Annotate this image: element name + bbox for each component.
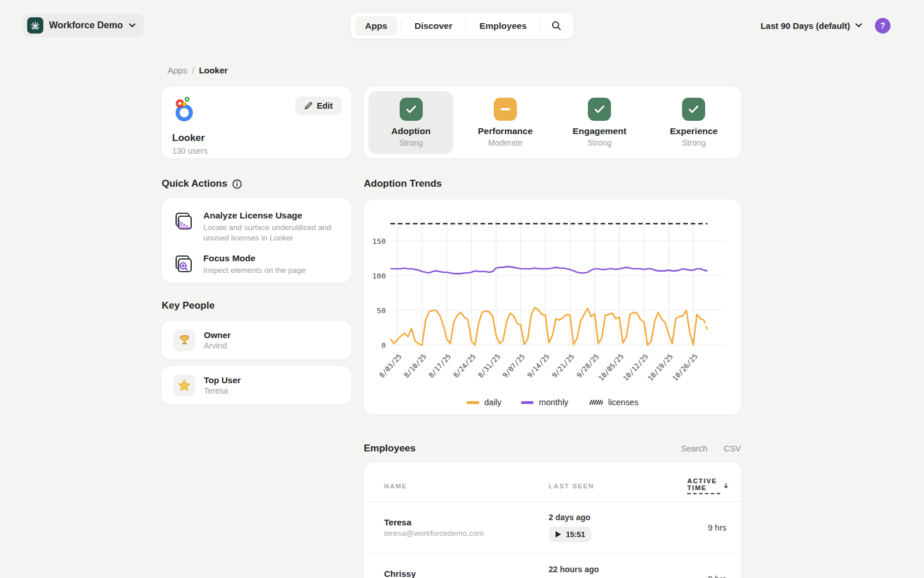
person-role: Top User (204, 375, 241, 385)
quick-action-title: Focus Mode (203, 253, 305, 264)
quick-action-description: Inspect elements on the page (203, 265, 305, 276)
employee-name: Teresa (384, 517, 549, 527)
svg-text:10/19/25: 10/19/25 (646, 353, 675, 383)
check-icon (588, 98, 611, 121)
svg-text:10/12/25: 10/12/25 (621, 353, 650, 383)
search-icon[interactable] (544, 16, 569, 35)
edit-button-label: Edit (317, 101, 333, 110)
date-range-select[interactable]: Last 90 Days (default) (761, 21, 862, 31)
csv-export-link[interactable]: CSV (724, 444, 741, 453)
adoption-trends-chart: 0501001508/03/258/10/258/17/258/24/258/3… (364, 199, 741, 414)
nav-tab-apps[interactable]: Apps (355, 16, 397, 36)
breadcrumb-separator: / (192, 65, 194, 75)
employee-email: teresa@workforcedemo.com (384, 529, 549, 538)
workspace-switcher[interactable]: Workforce Demo (23, 14, 144, 37)
workspace-name: Workforce Demo (49, 20, 123, 31)
key-person-owner[interactable]: Owner Arvind (162, 321, 351, 360)
trend-plot: 0501001508/03/258/10/258/17/258/24/258/3… (364, 199, 741, 390)
dash-icon (494, 98, 517, 121)
app-name: Looker (172, 132, 341, 144)
workspace-logo-icon (27, 17, 43, 34)
employee-active-time: 9 hrs (687, 523, 726, 532)
quick-action-title: Analyze License Usage (203, 210, 340, 221)
breadcrumb-apps-link[interactable]: Apps (167, 65, 187, 75)
help-button[interactable]: ? (875, 18, 891, 34)
svg-text:9/28/25: 9/28/25 (575, 353, 601, 380)
svg-text:10/05/25: 10/05/25 (597, 353, 625, 383)
session-recording-button[interactable]: 15:51 (549, 527, 591, 542)
line-swatch-icon (467, 401, 479, 404)
status-label: Engagement (573, 126, 627, 136)
status-tile-adoption[interactable]: Adoption Strong (368, 91, 453, 154)
employees-table-card: NAME LAST SEEN ACTIVE TIME Teresa teresa… (364, 462, 741, 578)
svg-text:150: 150 (372, 237, 386, 246)
svg-text:50: 50 (377, 306, 386, 315)
employee-row[interactable]: Chrissy chrissy@workforcedemo.com 22 hou… (364, 554, 741, 578)
nav-divider (465, 20, 466, 32)
status-label: Performance (478, 126, 532, 136)
status-tile-experience[interactable]: Experience Strong (651, 91, 736, 154)
looker-logo-icon (172, 97, 196, 122)
svg-text:9/07/25: 9/07/25 (501, 353, 527, 380)
sort-desc-arrow-icon (724, 481, 728, 490)
legend-label: monthly (539, 398, 568, 407)
svg-text:9/21/25: 9/21/25 (550, 353, 576, 380)
status-cards: Adoption Strong Performance Moderate Eng… (364, 87, 741, 158)
play-icon (555, 531, 561, 538)
status-value: Strong (588, 138, 612, 147)
topbar: Workforce Demo Apps Discover Employees L… (0, 0, 924, 51)
chart-legend: dailymonthlylicenses (364, 398, 741, 407)
focus-magnifier-icon (173, 253, 194, 276)
employee-row[interactable]: Teresa teresa@workforcedemo.com 2 days a… (364, 502, 741, 554)
star-icon (173, 375, 195, 397)
recording-duration: 15:51 (566, 530, 585, 539)
status-tile-performance[interactable]: Performance Moderate (463, 91, 547, 154)
svg-text:8/31/25: 8/31/25 (476, 353, 502, 380)
date-range-value: Last 90 Days (default) (761, 21, 850, 31)
quick-actions-card: Analyze License Usage Locate and surface… (162, 198, 351, 283)
column-header-name[interactable]: NAME (384, 483, 549, 490)
nav-divider (401, 20, 401, 32)
license-pages-icon (173, 210, 194, 243)
column-header-active-time[interactable]: ACTIVE TIME (687, 477, 728, 494)
legend-item-licenses: licenses (588, 398, 638, 407)
svg-text:9/14/25: 9/14/25 (526, 353, 551, 380)
employee-name: Chrissy (384, 569, 549, 578)
svg-text:10/26/25: 10/26/25 (671, 353, 699, 383)
column-header-last-seen[interactable]: LAST SEEN (549, 483, 687, 490)
quick-action-focus-mode[interactable]: Focus Mode Inspect elements on the page (173, 253, 340, 276)
app-summary-card: Edit Looker 130 users (162, 87, 351, 158)
edit-button[interactable]: Edit (295, 97, 342, 115)
key-people-title: Key People (162, 300, 215, 312)
svg-text:100: 100 (372, 272, 386, 280)
search-link[interactable]: Search (681, 444, 707, 453)
employees-table-header: NAME LAST SEEN ACTIVE TIME (364, 462, 741, 502)
chevron-down-icon (855, 23, 862, 28)
person-name: Arvind (204, 341, 231, 350)
employees-title: Employees (364, 443, 416, 454)
breadcrumb-current: Looker (199, 65, 228, 75)
key-person-top-user[interactable]: Top User Teresa (162, 366, 351, 405)
status-tile-engagement[interactable]: Engagement Strong (557, 91, 642, 154)
status-value: Strong (399, 138, 423, 147)
svg-text:0: 0 (381, 341, 386, 350)
person-role: Owner (204, 330, 231, 340)
employee-last-seen: 2 days ago (549, 513, 687, 522)
svg-text:8/10/25: 8/10/25 (403, 353, 428, 380)
trophy-icon (173, 329, 195, 351)
nav-tab-discover[interactable]: Discover (405, 16, 462, 36)
quick-actions-header: Quick Actions (162, 178, 242, 190)
topbar-right: Last 90 Days (default) ? (761, 14, 891, 37)
pencil-icon (304, 102, 312, 110)
svg-text:8/24/25: 8/24/25 (452, 353, 477, 380)
nav-tab-employees[interactable]: Employees (470, 16, 536, 36)
status-value: Moderate (488, 138, 522, 147)
legend-label: daily (485, 398, 502, 407)
hatch-swatch-icon (588, 399, 603, 406)
quick-action-description: Locate and surface underutilized and unu… (203, 223, 340, 243)
employee-active-time: 9 hrs (687, 575, 726, 578)
status-label: Adoption (392, 126, 431, 136)
quick-action-analyze-license-usage[interactable]: Analyze License Usage Locate and surface… (173, 210, 340, 243)
info-icon[interactable] (232, 179, 242, 189)
main-nav: Apps Discover Employees (351, 13, 573, 39)
